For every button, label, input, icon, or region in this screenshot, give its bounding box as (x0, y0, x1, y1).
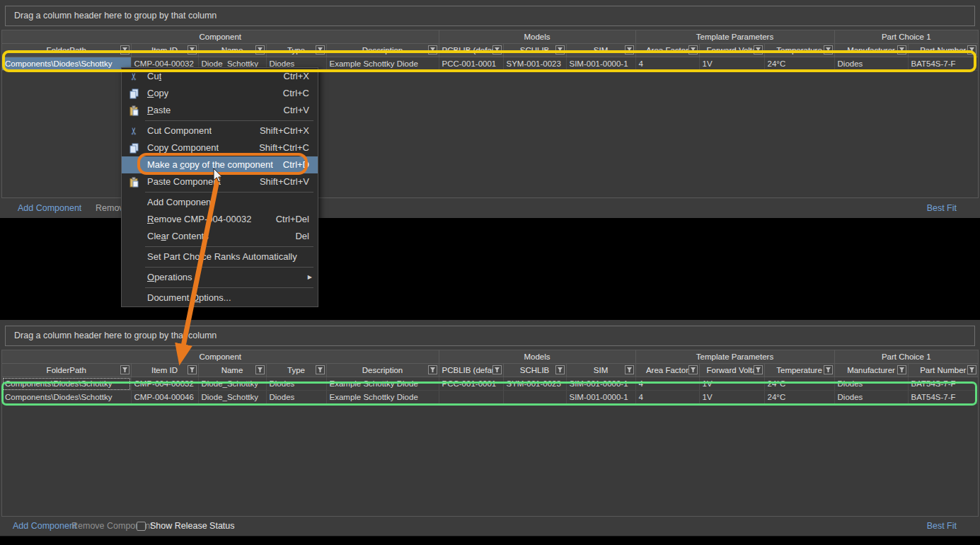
cell-part-number[interactable]: BAT54S-7-F (908, 57, 978, 71)
menu-item-cut-component[interactable]: ✂Cut ComponentShift+Ctrl+X (122, 122, 318, 139)
column-header-part-number[interactable]: Part Number (908, 364, 978, 377)
cell-area-factor[interactable]: 4 (635, 377, 699, 391)
best-fit-button[interactable]: Best Fit (927, 517, 957, 536)
cell-pcblib-default[interactable]: PCC-001-0001 (439, 57, 503, 71)
column-header-part-number[interactable]: Part Number (908, 44, 978, 57)
menu-item-paste[interactable]: PasteCtrl+V (122, 102, 318, 119)
filter-icon[interactable] (428, 45, 437, 54)
filter-icon[interactable] (897, 45, 906, 54)
column-header-manufacturer[interactable]: Manufacturer (834, 44, 908, 57)
filter-icon[interactable] (967, 45, 976, 54)
cell-manufacturer[interactable]: Diodes (834, 391, 908, 404)
menu-item-make-a-copy-of-the-component[interactable]: Make a copy of the componentCtrl+D (122, 156, 318, 173)
group-header-component[interactable]: Component (2, 350, 439, 364)
column-header-name[interactable]: Name (198, 44, 266, 57)
cell-type[interactable]: Diodes (266, 377, 326, 391)
filter-icon[interactable] (555, 45, 565, 54)
cell-area-factor[interactable]: 4 (635, 57, 699, 71)
filter-icon[interactable] (967, 365, 976, 374)
cell-sim[interactable]: SIM-001-0000-1 (566, 57, 635, 71)
column-header-sim[interactable]: SIM (566, 364, 635, 377)
cell-description[interactable]: Example Schottky Diode (326, 57, 439, 71)
column-header-description[interactable]: Description (326, 364, 439, 377)
group-header-part-choice-1[interactable]: Part Choice 1 (834, 350, 978, 364)
menu-item-remove-cmp-004-00032[interactable]: Remove CMP-004-00032Ctrl+Del (122, 211, 318, 228)
cell-sim[interactable]: SIM-001-0000-1 (566, 377, 635, 391)
menu-item-clear-contents[interactable]: Clear ContentsDel (122, 228, 318, 245)
menu-item-operations[interactable]: Operations▶ (122, 269, 318, 286)
cell-item-id[interactable]: CMP-004-00032 (131, 377, 198, 391)
column-header-forward-volta[interactable]: Forward Volta (699, 44, 764, 57)
cell-pcblib-default[interactable]: PCC-001-0001 (439, 377, 503, 391)
filter-icon[interactable] (255, 45, 265, 54)
filter-icon[interactable] (688, 45, 698, 54)
cell-pcblib-default[interactable] (439, 391, 503, 404)
best-fit-button[interactable]: Best Fit (927, 199, 957, 218)
menu-item-cut[interactable]: ✂CutCtrl+X (122, 68, 318, 85)
column-header-area-factor[interactable]: Area Factor (635, 364, 699, 377)
cell-schlib[interactable]: SYM-001-0023 (503, 377, 566, 391)
table-row[interactable]: Components\Diodes\SchottkyCMP-004-00032D… (2, 377, 978, 391)
cell-schlib[interactable] (503, 391, 566, 404)
column-header-folderpath[interactable]: FolderPath (2, 364, 131, 377)
cell-folderpath[interactable]: Components\Diodes\Schottky (2, 377, 131, 391)
filter-icon[interactable] (754, 45, 763, 54)
filter-icon[interactable] (316, 365, 325, 374)
group-by-bar[interactable]: Drag a column header here to group by th… (5, 326, 975, 346)
cell-part-number[interactable]: BAT54S-7-F (908, 377, 978, 391)
add-component-button[interactable]: Add Component (18, 199, 81, 218)
filter-icon[interactable] (555, 365, 565, 374)
column-header-temperature[interactable]: Temperature (764, 44, 834, 57)
group-header-models[interactable]: Models (439, 350, 635, 364)
show-release-status-checkbox[interactable] (137, 522, 146, 531)
group-header-template-parameters[interactable]: Template Parameters (635, 350, 834, 364)
column-header-temperature[interactable]: Temperature (764, 364, 834, 377)
cell-item-id[interactable]: CMP-004-00046 (131, 391, 198, 404)
add-component-button[interactable]: Add Component (13, 517, 76, 536)
filter-icon[interactable] (824, 365, 833, 374)
cell-schlib[interactable]: SYM-001-0023 (503, 57, 566, 71)
cell-sim[interactable]: SIM-001-0000-1 (566, 391, 635, 404)
group-by-bar[interactable]: Drag a column header here to group by th… (5, 6, 975, 26)
column-header-item-id[interactable]: Item ID (131, 364, 198, 377)
cell-temperature[interactable]: 24°C (764, 377, 834, 391)
column-header-pcblib-default[interactable]: PCBLIB (default (439, 44, 503, 57)
filter-icon[interactable] (255, 365, 265, 374)
filter-icon[interactable] (824, 45, 833, 54)
cell-name[interactable]: Diode_Schottky (198, 377, 266, 391)
cell-type[interactable]: Diodes (266, 391, 326, 404)
column-header-manufacturer[interactable]: Manufacturer (834, 364, 908, 377)
column-header-item-id[interactable]: Item ID (131, 44, 198, 57)
column-header-forward-volta[interactable]: Forward Volta (699, 364, 764, 377)
cell-name[interactable]: Diode_Schottky (198, 391, 266, 404)
cell-folderpath[interactable]: Components\Diodes\Schottky (2, 391, 131, 404)
cell-temperature[interactable]: 24°C (764, 57, 834, 71)
column-header-area-factor[interactable]: Area Factor (635, 44, 699, 57)
menu-item-set-part-choice-ranks-automatically[interactable]: Set Part Choice Ranks Automatically (122, 248, 318, 265)
table-row[interactable]: Components\Diodes\SchottkyCMP-004-00046D… (2, 391, 978, 404)
filter-icon[interactable] (120, 45, 129, 54)
filter-icon[interactable] (188, 365, 197, 374)
menu-item-paste-component[interactable]: Paste ComponentShift+Ctrl+V (122, 173, 318, 190)
cell-manufacturer[interactable]: Diodes (834, 377, 908, 391)
menu-item-document-options[interactable]: Document Options... (122, 289, 318, 306)
column-header-pcblib-default[interactable]: PCBLIB (default (439, 364, 503, 377)
group-header-component[interactable]: Component (2, 30, 439, 44)
cell-part-number[interactable]: BAT54S-7-F (908, 391, 978, 404)
cell-temperature[interactable]: 24°C (764, 391, 834, 404)
column-header-type[interactable]: Type (266, 44, 326, 57)
column-header-name[interactable]: Name (198, 364, 266, 377)
filter-icon[interactable] (625, 365, 634, 374)
cell-manufacturer[interactable]: Diodes (834, 57, 908, 71)
menu-item-copy-component[interactable]: Copy ComponentShift+Ctrl+C (122, 139, 318, 156)
column-header-description[interactable]: Description (326, 44, 439, 57)
cell-forward-volta[interactable]: 1V (699, 57, 764, 71)
filter-icon[interactable] (625, 45, 634, 54)
cell-area-factor[interactable]: 4 (635, 391, 699, 404)
filter-icon[interactable] (492, 45, 502, 54)
filter-icon[interactable] (188, 45, 197, 54)
filter-icon[interactable] (120, 365, 129, 374)
filter-icon[interactable] (316, 45, 325, 54)
cell-description[interactable]: Example Schottky Diode (326, 391, 439, 404)
column-header-type[interactable]: Type (266, 364, 326, 377)
